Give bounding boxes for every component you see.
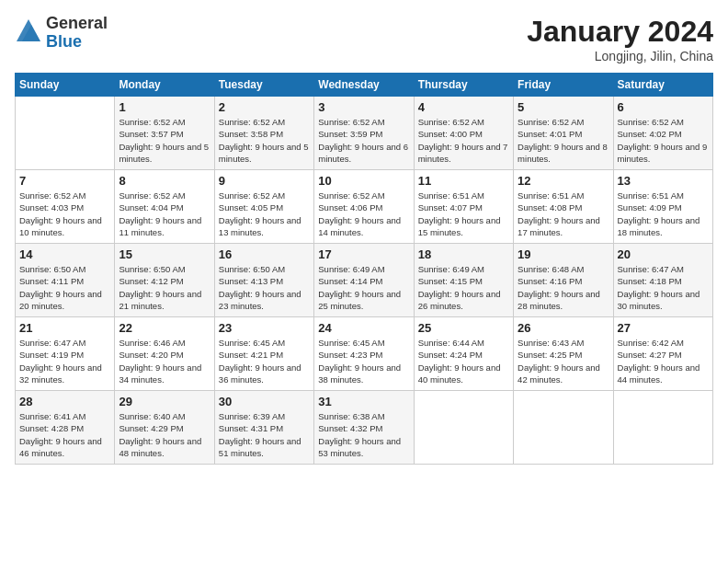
col-friday: Friday — [514, 74, 613, 97]
day-number: 5 — [518, 100, 609, 114]
col-monday: Monday — [115, 74, 214, 97]
day-number: 11 — [418, 174, 509, 188]
day-info: Sunrise: 6:49 AM Sunset: 4:15 PM Dayligh… — [418, 263, 509, 312]
day-info: Sunrise: 6:43 AM Sunset: 4:25 PM Dayligh… — [518, 337, 609, 385]
week-row-3: 21Sunrise: 6:47 AM Sunset: 4:19 PM Dayli… — [16, 317, 713, 391]
day-number: 18 — [418, 247, 509, 261]
day-info: Sunrise: 6:51 AM Sunset: 4:07 PM Dayligh… — [418, 190, 509, 238]
col-tuesday: Tuesday — [214, 74, 313, 97]
day-number: 27 — [618, 321, 709, 335]
calendar-cell: 15Sunrise: 6:50 AM Sunset: 4:12 PM Dayli… — [115, 244, 214, 317]
calendar-cell — [514, 391, 613, 465]
day-number: 16 — [219, 247, 310, 261]
day-info: Sunrise: 6:52 AM Sunset: 3:57 PM Dayligh… — [119, 116, 210, 165]
day-info: Sunrise: 6:45 AM Sunset: 4:23 PM Dayligh… — [318, 337, 409, 385]
calendar-cell: 31Sunrise: 6:38 AM Sunset: 4:32 PM Dayli… — [314, 391, 414, 465]
week-row-2: 14Sunrise: 6:50 AM Sunset: 4:11 PM Dayli… — [16, 244, 713, 317]
day-info: Sunrise: 6:51 AM Sunset: 4:09 PM Dayligh… — [618, 190, 709, 238]
logo-general-label: General — [46, 15, 108, 33]
day-info: Sunrise: 6:52 AM Sunset: 3:59 PM Dayligh… — [318, 116, 409, 165]
day-info: Sunrise: 6:47 AM Sunset: 4:19 PM Dayligh… — [19, 337, 110, 385]
day-number: 24 — [318, 321, 409, 335]
day-info: Sunrise: 6:52 AM Sunset: 4:01 PM Dayligh… — [518, 116, 609, 165]
calendar-cell: 28Sunrise: 6:41 AM Sunset: 4:28 PM Dayli… — [16, 391, 115, 465]
calendar-cell: 1Sunrise: 6:52 AM Sunset: 3:57 PM Daylig… — [115, 97, 214, 170]
logo: General Blue — [15, 15, 108, 52]
day-number: 23 — [219, 321, 310, 335]
day-info: Sunrise: 6:52 AM Sunset: 4:04 PM Dayligh… — [119, 190, 210, 238]
calendar-cell: 3Sunrise: 6:52 AM Sunset: 3:59 PM Daylig… — [314, 97, 414, 170]
day-number: 13 — [618, 174, 709, 188]
day-number: 12 — [518, 174, 609, 188]
week-row-4: 28Sunrise: 6:41 AM Sunset: 4:28 PM Dayli… — [16, 391, 713, 465]
calendar-cell: 5Sunrise: 6:52 AM Sunset: 4:01 PM Daylig… — [514, 97, 613, 170]
calendar-cell: 12Sunrise: 6:51 AM Sunset: 4:08 PM Dayli… — [514, 170, 613, 244]
day-number: 25 — [418, 321, 509, 335]
calendar-cell: 4Sunrise: 6:52 AM Sunset: 4:00 PM Daylig… — [414, 97, 513, 170]
day-info: Sunrise: 6:52 AM Sunset: 4:02 PM Dayligh… — [618, 116, 709, 165]
day-number: 6 — [618, 100, 709, 114]
calendar-cell: 18Sunrise: 6:49 AM Sunset: 4:15 PM Dayli… — [414, 244, 513, 317]
day-info: Sunrise: 6:52 AM Sunset: 4:03 PM Dayligh… — [19, 190, 110, 238]
calendar-cell: 6Sunrise: 6:52 AM Sunset: 4:02 PM Daylig… — [613, 97, 712, 170]
day-number: 20 — [618, 247, 709, 261]
day-number: 31 — [318, 395, 409, 408]
logo-icon — [15, 16, 42, 43]
day-number: 15 — [119, 247, 210, 261]
calendar-cell: 25Sunrise: 6:44 AM Sunset: 4:24 PM Dayli… — [414, 317, 513, 391]
day-number: 30 — [219, 395, 310, 408]
day-number: 7 — [19, 174, 110, 188]
day-number: 2 — [219, 100, 310, 114]
day-info: Sunrise: 6:52 AM Sunset: 4:06 PM Dayligh… — [318, 190, 409, 238]
calendar-cell — [16, 97, 115, 170]
col-wednesday: Wednesday — [314, 74, 414, 97]
calendar-cell — [613, 391, 712, 465]
calendar-cell: 9Sunrise: 6:52 AM Sunset: 4:05 PM Daylig… — [214, 170, 313, 244]
day-number: 9 — [219, 174, 310, 188]
calendar-cell: 20Sunrise: 6:47 AM Sunset: 4:18 PM Dayli… — [613, 244, 712, 317]
calendar-cell: 22Sunrise: 6:46 AM Sunset: 4:20 PM Dayli… — [115, 317, 214, 391]
day-number: 17 — [318, 247, 409, 261]
day-info: Sunrise: 6:50 AM Sunset: 4:12 PM Dayligh… — [119, 263, 210, 312]
day-info: Sunrise: 6:52 AM Sunset: 4:05 PM Dayligh… — [219, 190, 310, 238]
day-info: Sunrise: 6:47 AM Sunset: 4:18 PM Dayligh… — [618, 263, 709, 312]
location: Longjing, Jilin, China — [527, 49, 713, 63]
page: General Blue January 2024 Longjing, Jili… — [0, 0, 728, 563]
logo-blue-label: Blue — [46, 33, 108, 52]
col-sunday: Sunday — [16, 74, 115, 97]
day-info: Sunrise: 6:40 AM Sunset: 4:29 PM Dayligh… — [119, 410, 210, 459]
day-info: Sunrise: 6:41 AM Sunset: 4:28 PM Dayligh… — [19, 410, 110, 459]
calendar-cell: 2Sunrise: 6:52 AM Sunset: 3:58 PM Daylig… — [214, 97, 313, 170]
calendar-table: Sunday Monday Tuesday Wednesday Thursday… — [15, 73, 713, 465]
day-info: Sunrise: 6:38 AM Sunset: 4:32 PM Dayligh… — [318, 410, 409, 459]
day-number: 26 — [518, 321, 609, 335]
day-number: 8 — [119, 174, 210, 188]
day-info: Sunrise: 6:45 AM Sunset: 4:21 PM Dayligh… — [219, 337, 310, 385]
calendar-cell: 11Sunrise: 6:51 AM Sunset: 4:07 PM Dayli… — [414, 170, 513, 244]
calendar-cell: 27Sunrise: 6:42 AM Sunset: 4:27 PM Dayli… — [613, 317, 712, 391]
day-info: Sunrise: 6:50 AM Sunset: 4:11 PM Dayligh… — [19, 263, 110, 312]
calendar-cell: 17Sunrise: 6:49 AM Sunset: 4:14 PM Dayli… — [314, 244, 414, 317]
month-title: January 2024 — [527, 15, 713, 49]
day-info: Sunrise: 6:46 AM Sunset: 4:20 PM Dayligh… — [119, 337, 210, 385]
day-number: 29 — [119, 395, 210, 408]
day-info: Sunrise: 6:48 AM Sunset: 4:16 PM Dayligh… — [518, 263, 609, 312]
day-number: 4 — [418, 100, 509, 114]
calendar-cell: 26Sunrise: 6:43 AM Sunset: 4:25 PM Dayli… — [514, 317, 613, 391]
day-number: 1 — [119, 100, 210, 114]
col-thursday: Thursday — [414, 74, 513, 97]
day-info: Sunrise: 6:44 AM Sunset: 4:24 PM Dayligh… — [418, 337, 509, 385]
day-info: Sunrise: 6:52 AM Sunset: 4:00 PM Dayligh… — [418, 116, 509, 165]
calendar-cell: 24Sunrise: 6:45 AM Sunset: 4:23 PM Dayli… — [314, 317, 414, 391]
calendar-cell: 14Sunrise: 6:50 AM Sunset: 4:11 PM Dayli… — [16, 244, 115, 317]
calendar-cell: 19Sunrise: 6:48 AM Sunset: 4:16 PM Dayli… — [514, 244, 613, 317]
week-row-1: 7Sunrise: 6:52 AM Sunset: 4:03 PM Daylig… — [16, 170, 713, 244]
day-number: 19 — [518, 247, 609, 261]
day-info: Sunrise: 6:52 AM Sunset: 3:58 PM Dayligh… — [219, 116, 310, 165]
calendar-cell: 29Sunrise: 6:40 AM Sunset: 4:29 PM Dayli… — [115, 391, 214, 465]
day-number: 28 — [19, 395, 110, 408]
calendar-cell — [414, 391, 513, 465]
calendar-cell: 7Sunrise: 6:52 AM Sunset: 4:03 PM Daylig… — [16, 170, 115, 244]
day-number: 3 — [318, 100, 409, 114]
day-number: 10 — [318, 174, 409, 188]
